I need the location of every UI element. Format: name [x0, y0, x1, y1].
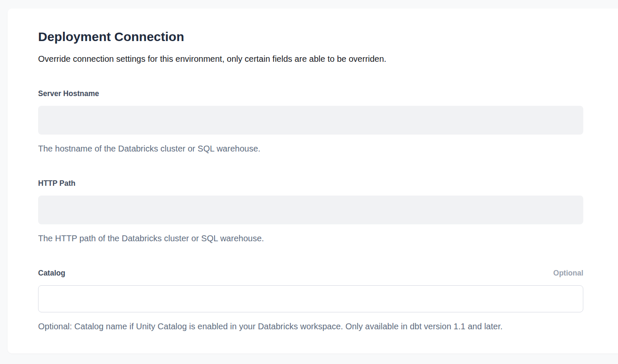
http-path-label: HTTP Path — [38, 179, 75, 188]
page-title: Deployment Connection — [38, 29, 583, 45]
catalog-input[interactable] — [38, 285, 583, 312]
deployment-connection-card: Deployment Connection Override connectio… — [8, 8, 618, 353]
field-group-http-path: HTTP Path The HTTP path of the Databrick… — [38, 179, 583, 244]
http-path-help: The HTTP path of the Databricks cluster … — [38, 233, 583, 244]
catalog-label-row: Catalog Optional — [38, 268, 583, 278]
http-path-input — [38, 196, 583, 224]
page-subtitle: Override connection settings for this en… — [38, 54, 583, 64]
field-group-catalog: Catalog Optional Optional: Catalog name … — [38, 268, 583, 332]
server-hostname-label-row: Server Hostname — [38, 89, 583, 98]
deployment-connection-form: Deployment Connection Override connectio… — [38, 29, 583, 332]
server-hostname-help: The hostname of the Databricks cluster o… — [38, 143, 583, 154]
field-group-server-hostname: Server Hostname The hostname of the Data… — [38, 89, 583, 154]
server-hostname-input — [38, 106, 583, 135]
catalog-label: Catalog — [38, 268, 65, 278]
http-path-label-row: HTTP Path — [38, 179, 583, 188]
catalog-help: Optional: Catalog name if Unity Catalog … — [38, 321, 583, 332]
server-hostname-label: Server Hostname — [38, 89, 99, 98]
catalog-optional-badge: Optional — [553, 268, 583, 278]
